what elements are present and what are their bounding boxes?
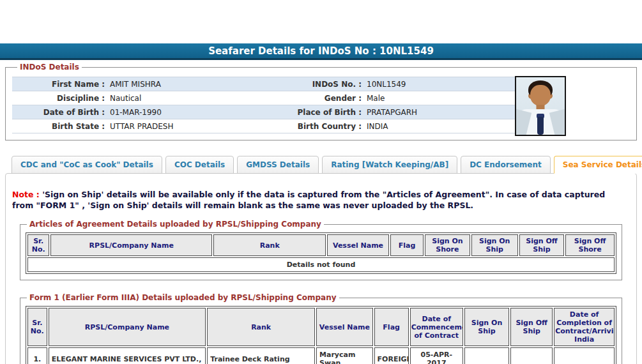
seafarer-photo — [515, 76, 566, 136]
cell-vessel-name: Marycam Swan — [316, 347, 372, 364]
articles-header-row: Sr. No. RPSL/Company Name Rank Vessel Na… — [27, 234, 615, 256]
detail-row: Birth State : UTTAR PRADESH Birth Countr… — [12, 119, 515, 133]
col-sr-no: Sr. No. — [27, 234, 49, 256]
sea-service-details-panel: Note : 'Sign on Ship' details will be av… — [5, 173, 637, 364]
articles-table: Sr. No. RPSL/Company Name Rank Vessel Na… — [26, 232, 616, 274]
place-of-birth-value: PRATAPGARH — [362, 108, 417, 117]
col-vessel-name: Vessel Name — [316, 308, 372, 346]
cell-company-name: ELEGANT MARINE SERVICES PVT LTD., — [49, 347, 206, 364]
table-row: 1. ELEGANT MARINE SERVICES PVT LTD., Tra… — [27, 347, 615, 364]
details-tab-bar: CDC and "CoC as Cook" Details COC Detail… — [11, 156, 642, 173]
cell-commencement: 05-APR-2017 — [410, 347, 463, 364]
discipline-label: Discipline : — [12, 94, 105, 103]
gender-value: Male — [362, 94, 385, 103]
note-prefix: Note : — [12, 190, 40, 199]
page-title: Seafarer Details for INDoS No : 10NL1549 — [0, 43, 642, 60]
indos-details-legend: INDoS Details — [17, 63, 82, 72]
col-sign-on-ship: Sign On Ship — [464, 308, 509, 346]
col-flag: Flag — [374, 308, 409, 346]
col-company-name: RPSL/Company Name — [49, 308, 206, 346]
col-rank: Rank — [213, 234, 326, 256]
discipline-value: Nautical — [105, 94, 294, 103]
col-sign-off-ship: Sign Off Ship — [510, 308, 553, 346]
details-not-found-message: Details not found — [27, 257, 615, 272]
col-company-name: RPSL/Company Name — [50, 234, 212, 256]
tab-cdc-and-coc-as-cook-details[interactable]: CDC and "CoC as Cook" Details — [11, 156, 162, 174]
birth-country-value: INDIA — [362, 122, 388, 131]
indos-no-label: INDoS No. : — [294, 80, 362, 89]
cell-flag: FOREIGN — [374, 347, 409, 364]
detail-row: First Name : AMIT MISHRA INDoS No. : 10N… — [12, 77, 515, 91]
place-of-birth-label: Place of Birth : — [294, 108, 362, 117]
indos-no-value: 10NL1549 — [362, 80, 406, 89]
birth-country-label: Birth Country : — [294, 122, 362, 131]
form1-section: Form 1 (Earlier Form IIIA) Details uploa… — [20, 293, 622, 364]
note-text: Note : 'Sign on Ship' details will be av… — [12, 189, 625, 211]
articles-of-agreement-section: Articles of Agreement Details uploaded b… — [20, 220, 622, 280]
col-sign-off-shore: Sign Off Shore — [565, 234, 615, 256]
note-body: 'Sign on Ship' details will be available… — [12, 190, 605, 210]
form1-header-row: Sr. No. RPSL/Company Name Rank Vessel Na… — [27, 308, 615, 346]
cell-rank: Trainee Deck Rating — [207, 347, 315, 364]
col-sign-off-ship: Sign Off Ship — [519, 234, 564, 256]
col-completion: Date of Completion of Contract/Arriving … — [554, 308, 615, 346]
form1-table: Sr. No. RPSL/Company Name Rank Vessel Na… — [26, 306, 616, 364]
cell-sr-no: 1. — [27, 347, 47, 364]
date-of-birth-label: Date of Birth : — [12, 108, 105, 117]
detail-row: Date of Birth : 01-MAR-1990 Place of Bir… — [12, 105, 515, 119]
cell-sign-on-ship — [464, 347, 509, 364]
col-vessel-name: Vessel Name — [327, 234, 389, 256]
indos-details-section: INDoS Details First Name : AMIT MISHRA I… — [5, 63, 637, 140]
articles-legend: Articles of Agreement Details uploaded b… — [27, 220, 324, 229]
personal-details-grid: First Name : AMIT MISHRA INDoS No. : 10N… — [12, 77, 515, 133]
page-title-text: Seafarer Details for INDoS No : 10NL1549 — [208, 45, 434, 57]
tab-rating-watch-keeping-ab[interactable]: Rating [Watch Keeping/AB] — [322, 156, 457, 174]
col-sr-no: Sr. No. — [27, 308, 47, 346]
tab-sea-service-details[interactable]: Sea Service Details — [554, 156, 642, 174]
col-sign-on-ship: Sign On Ship — [471, 234, 518, 256]
first-name-value: AMIT MISHRA — [105, 80, 294, 89]
tab-gmdss-details[interactable]: GMDSS Details — [237, 156, 319, 174]
date-of-birth-value: 01-MAR-1990 — [105, 108, 294, 117]
col-sign-on-shore: Sign On Shore — [425, 234, 470, 256]
cell-completion — [554, 347, 615, 364]
tab-coc-details[interactable]: COC Details — [165, 156, 234, 174]
empty-row: Details not found — [27, 257, 615, 272]
tab-dc-endorsement[interactable]: DC Endorsement — [461, 156, 551, 174]
col-rank: Rank — [207, 308, 315, 346]
birth-state-label: Birth State : — [12, 122, 105, 131]
detail-row: Discipline : Nautical Gender : Male — [12, 91, 515, 105]
cell-sign-off-ship — [510, 347, 553, 364]
form1-legend: Form 1 (Earlier Form IIIA) Details uploa… — [27, 293, 339, 302]
col-commencement: Date of Commencement of Contract — [410, 308, 463, 346]
birth-state-value: UTTAR PRADESH — [105, 122, 294, 131]
col-flag: Flag — [390, 234, 424, 256]
gender-label: Gender : — [294, 94, 362, 103]
first-name-label: First Name : — [12, 80, 105, 89]
